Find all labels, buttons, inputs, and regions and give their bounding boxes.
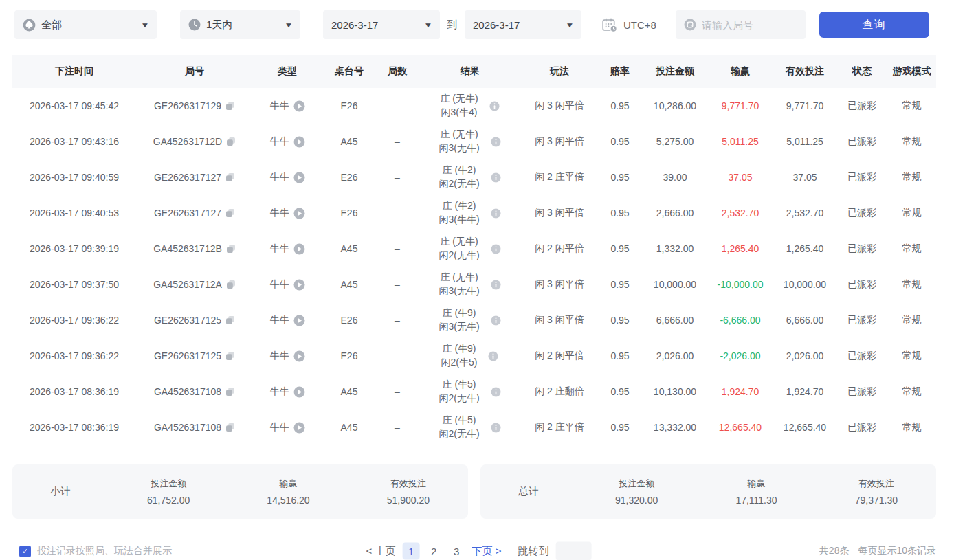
- valid-bet: 2,026.00: [773, 350, 836, 361]
- time-range-value: 1天内: [206, 19, 232, 32]
- table-row: 2026-03-17 09:45:42GE2626317129牛牛E26–庄 (…: [12, 88, 936, 124]
- info-icon[interactable]: [491, 423, 501, 433]
- win-loss: -10,000.00: [707, 279, 773, 290]
- play-icon[interactable]: [293, 279, 305, 291]
- status: 已派彩: [836, 421, 887, 434]
- play-icon[interactable]: [293, 208, 305, 219]
- odds: 0.95: [597, 315, 643, 326]
- result-text: 庄 (牛9)闲3(无牛): [439, 306, 479, 333]
- round-id-cell: GE2626317129: [136, 100, 253, 111]
- column-header: 投注金额: [643, 65, 707, 78]
- copy-icon[interactable]: [226, 280, 236, 289]
- info-icon[interactable]: [491, 244, 501, 254]
- copy-icon[interactable]: [225, 172, 235, 182]
- timezone-value: UTC+8: [623, 19, 656, 31]
- time-range-select[interactable]: 1天内 ▼: [180, 10, 300, 39]
- copy-icon[interactable]: [226, 137, 236, 146]
- round-search-input[interactable]: [702, 19, 791, 31]
- round-id: GE2626317125: [154, 350, 221, 361]
- copy-icon[interactable]: [225, 387, 235, 396]
- play-icon[interactable]: [293, 350, 305, 362]
- timezone-display: UTC+8: [602, 18, 656, 32]
- jump-to-label: 跳转到: [518, 545, 548, 558]
- copy-icon[interactable]: [225, 315, 235, 325]
- round-number-icon: [684, 19, 696, 31]
- status: 已派彩: [836, 135, 887, 148]
- valid-bet: 10,000.00: [773, 279, 836, 290]
- game-mode: 常规: [887, 314, 936, 326]
- odds: 0.95: [597, 100, 643, 111]
- game-type-cell: 牛牛: [253, 135, 322, 148]
- checkbox-checked-icon[interactable]: ✓: [19, 546, 31, 557]
- date-from-picker[interactable]: 2026-3-17 ▼: [323, 10, 440, 39]
- date-to-picker[interactable]: 2026-3-17 ▼: [465, 10, 581, 39]
- win-loss: 1,924.70: [707, 386, 773, 397]
- play-icon[interactable]: [293, 315, 305, 326]
- play-icon[interactable]: [293, 100, 305, 112]
- play-icon[interactable]: [293, 422, 305, 434]
- jump-to-input[interactable]: [555, 542, 591, 560]
- odds: 0.95: [597, 136, 643, 147]
- odds: 0.95: [597, 279, 643, 290]
- next-page-button[interactable]: 下页 >: [472, 545, 502, 558]
- play-icon[interactable]: [293, 172, 305, 183]
- game-type-cell: 牛牛: [253, 314, 322, 326]
- table-row: 2026-03-17 09:36:22GE2626317125牛牛E26–庄 (…: [12, 302, 936, 338]
- play-icon[interactable]: [293, 243, 305, 255]
- table-number: E26: [322, 172, 377, 183]
- copy-icon[interactable]: [225, 351, 235, 361]
- bet-amount: 10,286.00: [643, 100, 707, 111]
- filter-bar: 全部 ▼ 1天内 ▼ 2026-3-17 ▼ 到 2026-3-17 ▼ UTC…: [12, 10, 936, 39]
- bet-time: 2026-03-17 09:36:22: [12, 315, 136, 326]
- info-icon[interactable]: [488, 351, 498, 361]
- status: 已派彩: [836, 171, 887, 183]
- table-row: 2026-03-17 09:40:53GE2626317127牛牛E26–庄 (…: [12, 195, 936, 231]
- game-type: 牛牛: [270, 207, 289, 219]
- round-id: GE2626317125: [154, 315, 221, 326]
- result-text: 庄 (无牛)闲3(无牛): [439, 271, 479, 298]
- game-type-select[interactable]: 全部 ▼: [14, 10, 157, 39]
- bet-time: 2026-03-17 08:36:19: [12, 422, 136, 433]
- win-loss: 5,011.25: [707, 136, 773, 147]
- bet-amount: 10,130.00: [643, 386, 707, 397]
- info-icon[interactable]: [491, 280, 501, 290]
- round-id-cell: GE2626317125: [136, 350, 253, 361]
- result-cell: 庄 (牛9)闲3(无牛): [418, 306, 522, 333]
- page-size: 每页显示10条记录: [858, 545, 936, 557]
- bet-amount: 5,275.00: [643, 136, 707, 147]
- chevron-down-icon: ▼: [424, 21, 433, 29]
- bet-amount: 10,000.00: [643, 279, 707, 290]
- copy-icon[interactable]: [226, 244, 236, 254]
- query-button[interactable]: 查询: [819, 12, 929, 38]
- info-icon[interactable]: [491, 172, 501, 183]
- table-row: 2026-03-17 09:39:19GA452631712B牛牛A45–庄 (…: [12, 231, 936, 267]
- prev-page-button[interactable]: < 上页: [366, 545, 396, 558]
- merge-records-toggle[interactable]: ✓ 投注记录按照局、玩法合并展示: [12, 545, 172, 557]
- info-icon[interactable]: [491, 387, 501, 397]
- column-header: 局数: [377, 65, 418, 78]
- page-number-1[interactable]: 1: [403, 543, 420, 560]
- column-header: 有效投注: [773, 65, 836, 78]
- calendar-clock-icon[interactable]: [602, 18, 617, 32]
- info-icon[interactable]: [491, 208, 501, 219]
- copy-icon[interactable]: [225, 101, 235, 111]
- info-icon[interactable]: [489, 101, 500, 111]
- play-icon[interactable]: [293, 136, 305, 148]
- page-number-3[interactable]: 3: [448, 543, 465, 560]
- copy-icon[interactable]: [225, 208, 235, 218]
- round-count: –: [377, 208, 418, 219]
- round-id: GA4526317108: [154, 386, 221, 397]
- play-icon[interactable]: [293, 386, 305, 398]
- info-icon[interactable]: [491, 315, 501, 326]
- copy-icon[interactable]: [225, 423, 235, 432]
- game-type-value: 全部: [41, 19, 62, 32]
- game-mode: 常规: [887, 421, 936, 434]
- play-method: 闲 2 闲平倍: [522, 243, 597, 255]
- column-header: 下注时间: [12, 65, 136, 78]
- page-number-2[interactable]: 2: [425, 543, 443, 560]
- status: 已派彩: [836, 350, 887, 362]
- bet-records-table: 下注时间局号类型桌台号局数结果玩法赔率投注金额输赢有效投注状态游戏模式 2026…: [12, 55, 936, 445]
- info-icon[interactable]: [491, 137, 501, 147]
- bet-amount: 2,666.00: [643, 208, 707, 219]
- total-label: 总计: [480, 485, 577, 498]
